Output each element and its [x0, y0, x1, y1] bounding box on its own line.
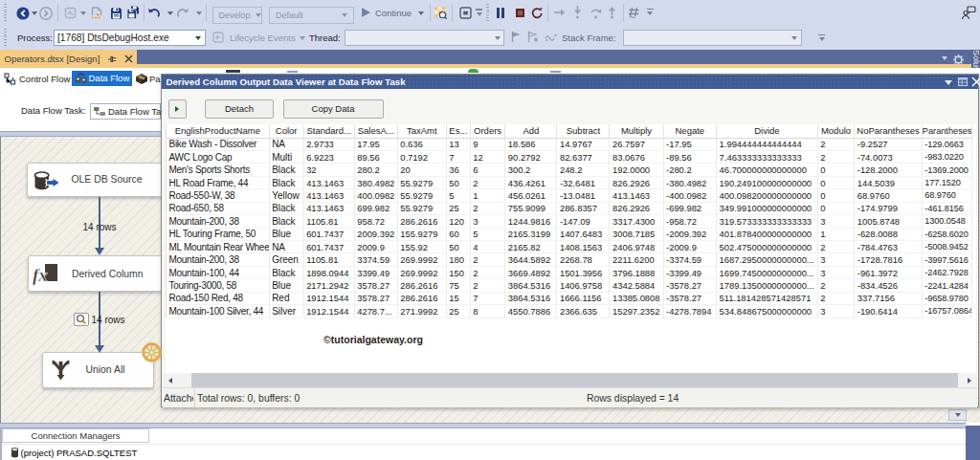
svg-text:fx: fx	[33, 265, 48, 285]
